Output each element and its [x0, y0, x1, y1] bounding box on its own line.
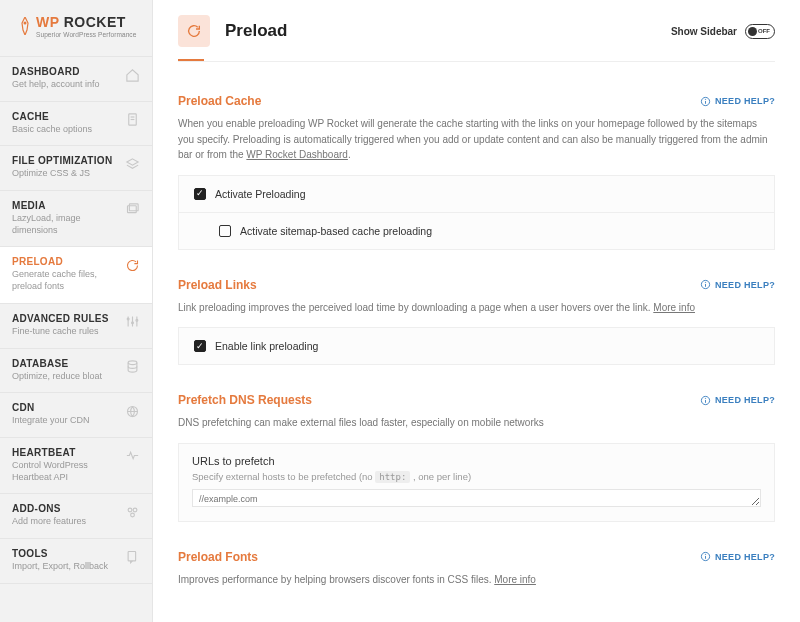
nav: DASHBOARDGet help, account info CACHEBas… [0, 56, 152, 584]
preload-page-icon [178, 15, 210, 47]
svg-point-15 [133, 508, 137, 512]
main-content: Preload Show Sidebar OFF Preload Cache N… [153, 0, 800, 622]
need-help-link[interactable]: NEED HELP? [700, 279, 775, 290]
section-preload-links: Preload Links NEED HELP? Link preloading… [178, 278, 775, 366]
svg-rect-17 [128, 552, 136, 561]
svg-point-0 [24, 22, 27, 25]
globe-icon [124, 403, 140, 419]
section-preload-cache: Preload Cache NEED HELP? When you enable… [178, 94, 775, 250]
more-info-link[interactable]: More info [653, 302, 695, 313]
info-icon [700, 395, 711, 406]
svg-point-12 [128, 361, 137, 365]
database-icon [124, 359, 140, 375]
brand-logo: WP ROCKET Superior WordPress Performance [0, 0, 152, 46]
tools-icon [124, 549, 140, 565]
svg-point-14 [128, 508, 132, 512]
field-title: URLs to prefetch [192, 455, 761, 467]
show-sidebar-toggle[interactable]: OFF [745, 24, 775, 39]
media-icon [125, 201, 140, 217]
more-info-link[interactable]: More info [494, 574, 536, 585]
checkbox[interactable] [219, 225, 231, 237]
page-title: Preload [225, 21, 656, 41]
nav-preload[interactable]: PRELOADGenerate cache files, preload fon… [0, 246, 152, 302]
sidebar: WP ROCKET Superior WordPress Performance… [0, 0, 153, 622]
urls-prefetch-textarea[interactable] [192, 489, 761, 507]
puzzle-icon [124, 504, 140, 520]
checkbox[interactable] [194, 188, 206, 200]
option-activate-preloading[interactable]: Activate Preloading [179, 176, 774, 212]
nav-database[interactable]: DATABASEOptimize, reduce bloat [0, 348, 152, 393]
option-box: Activate Preloading Activate sitemap-bas… [178, 175, 775, 250]
section-description: Improves performance by helping browsers… [178, 572, 775, 588]
svg-point-16 [130, 513, 134, 517]
nav-file-optimization[interactable]: FILE OPTIMIZATIONOptimize CSS & JS [0, 145, 152, 190]
rocket-logo-icon [18, 17, 32, 35]
need-help-link[interactable]: NEED HELP? [700, 551, 775, 562]
sliders-icon [124, 314, 140, 330]
section-description: DNS prefetching can make external files … [178, 415, 775, 431]
field-subtitle: Specify external hosts to be prefetched … [192, 471, 761, 482]
section-title: Preload Links [178, 278, 257, 292]
nav-tools[interactable]: TOOLSImport, Export, Rollback [0, 538, 152, 584]
refresh-icon [125, 257, 140, 273]
section-description: When you enable preloading WP Rocket wil… [178, 116, 775, 163]
section-preload-fonts: Preload Fonts NEED HELP? Improves perfor… [178, 550, 775, 588]
section-title: Preload Cache [178, 94, 261, 108]
show-sidebar-label: Show Sidebar [671, 26, 737, 37]
need-help-link[interactable]: NEED HELP? [700, 395, 775, 406]
info-icon [700, 96, 711, 107]
nav-dashboard[interactable]: DASHBOARDGet help, account info [0, 56, 152, 101]
heartbeat-icon [125, 448, 140, 464]
info-icon [700, 279, 711, 290]
option-sitemap-preloading[interactable]: Activate sitemap-based cache preloading [179, 212, 774, 249]
field-urls-prefetch: URLs to prefetch Specify external hosts … [178, 443, 775, 522]
nav-cache[interactable]: CACHEBasic cache options [0, 101, 152, 146]
option-enable-link-preloading[interactable]: Enable link preloading [179, 328, 774, 364]
nav-cdn[interactable]: CDNIntegrate your CDN [0, 392, 152, 437]
nav-heartbeat[interactable]: HEARTBEATControl WordPress Heartbeat API [0, 437, 152, 493]
section-description: Link preloading improves the perceived l… [178, 300, 775, 316]
info-icon [700, 551, 711, 562]
page-header: Preload Show Sidebar OFF [178, 15, 775, 59]
document-icon [124, 112, 140, 128]
option-box: Enable link preloading [178, 327, 775, 365]
section-title: Prefetch DNS Requests [178, 393, 312, 407]
layers-icon [124, 156, 140, 172]
need-help-link[interactable]: NEED HELP? [700, 96, 775, 107]
section-prefetch-dns: Prefetch DNS Requests NEED HELP? DNS pre… [178, 393, 775, 522]
nav-advanced-rules[interactable]: ADVANCED RULESFine-tune cache rules [0, 303, 152, 348]
nav-media[interactable]: MEDIALazyLoad, image dimensions [0, 190, 152, 246]
section-title: Preload Fonts [178, 550, 258, 564]
checkbox[interactable] [194, 340, 206, 352]
nav-addons[interactable]: ADD-ONSAdd more features [0, 493, 152, 538]
dashboard-link[interactable]: WP Rocket Dashboard [246, 149, 348, 160]
home-icon [124, 67, 140, 83]
